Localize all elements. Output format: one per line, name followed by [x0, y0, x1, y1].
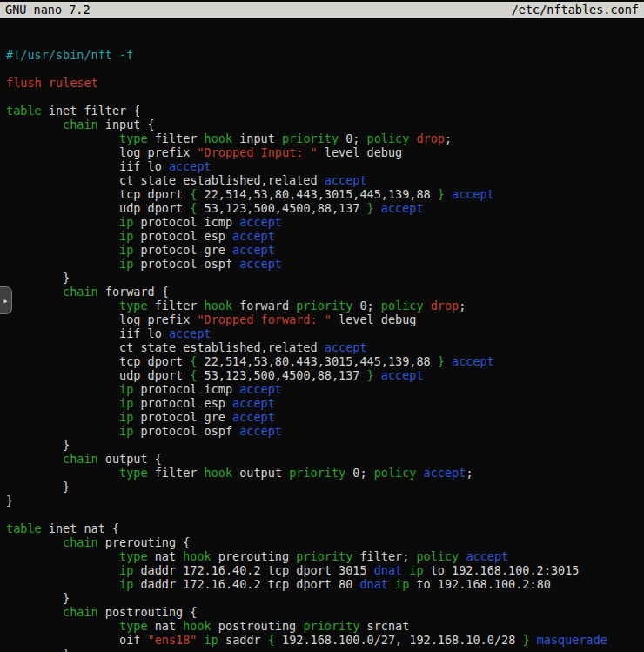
code-line: }	[6, 271, 644, 285]
code-token: accept	[381, 201, 424, 215]
code-token: srcnat	[359, 619, 409, 633]
code-token: protocol ospf	[133, 257, 239, 271]
code-line: ct state established,related accept	[6, 173, 644, 187]
code-token	[6, 605, 63, 619]
code-line: oif "ens18" ip saddr { 192.168.100.0/27,…	[6, 633, 644, 647]
code-line: type nat hook prerouting priority filter…	[6, 549, 644, 563]
code-token	[6, 466, 119, 480]
code-line: flush ruleset	[6, 76, 644, 90]
code-token: tcp dport	[6, 187, 190, 201]
code-token: protocol gre	[133, 410, 232, 424]
code-line: ip protocol icmp accept	[6, 382, 644, 396]
code-token: daddr 172.16.40.2 tcp dport 80	[133, 577, 359, 591]
code-token	[6, 563, 119, 577]
code-token: chain	[63, 452, 98, 466]
code-line: }	[6, 494, 644, 507]
chevron-right-icon: ▸	[3, 296, 9, 306]
code-token: level debug	[332, 313, 417, 326]
code-token: ip	[409, 563, 423, 577]
code-token: accept	[452, 187, 494, 201]
code-token	[6, 215, 119, 229]
code-line: ip protocol ospf accept	[6, 257, 644, 271]
code-token: ;	[459, 299, 466, 313]
code-token: #!/usr/sbin/nft -f	[6, 48, 133, 62]
code-token: 53,123,500,4500,88,137	[197, 201, 366, 215]
code-token: "Dropped Input: "	[197, 145, 317, 159]
code-token: drop	[431, 299, 460, 313]
code-token: forward	[232, 299, 296, 313]
code-token: accept	[424, 466, 466, 480]
code-token: masquerade	[537, 633, 607, 647]
code-token: table	[6, 104, 42, 118]
code-line: tcp dport { 22,514,53,80,443,3015,445,13…	[6, 187, 644, 201]
code-line: type filter hook forward priority 0; pol…	[6, 299, 644, 313]
code-token: chain	[63, 605, 98, 619]
code-token: accept	[239, 382, 282, 396]
code-token: ct state established,related	[6, 173, 325, 187]
terminal-window: { "titlebar": { "app": "GNU nano 7.2", "…	[0, 0, 644, 652]
code-token: }	[6, 591, 70, 605]
code-token	[6, 424, 119, 438]
code-token	[445, 187, 452, 201]
code-token: 22,514,53,80,443,3015,445,139,88	[197, 187, 437, 201]
code-token: prerouting {	[98, 535, 191, 549]
code-token: udp dport	[6, 201, 190, 215]
code-token	[6, 535, 63, 549]
code-token: dnat	[359, 577, 388, 591]
code-token: type	[119, 549, 148, 563]
code-token: oif	[6, 633, 148, 647]
code-token: filter	[148, 466, 205, 480]
code-token	[388, 577, 395, 591]
code-line: tcp dport { 22,514,53,80,443,3015,445,13…	[6, 354, 644, 368]
code-token: filter	[148, 299, 205, 313]
code-token: ip	[119, 563, 133, 577]
code-token: priority	[289, 466, 345, 480]
code-token: input	[232, 131, 282, 145]
code-line: chain prerouting {	[6, 535, 644, 549]
code-token: policy	[367, 131, 410, 145]
code-token: accept	[381, 368, 424, 382]
code-line: type filter hook input priority 0; polic…	[6, 131, 644, 145]
code-token: drop	[416, 131, 445, 145]
code-token: postrouting	[211, 619, 304, 633]
code-token: accept	[232, 396, 275, 410]
code-token: }	[367, 201, 374, 215]
code-token: priority	[303, 619, 359, 633]
code-token: inet nat {	[42, 521, 119, 535]
code-line: ip protocol gre accept	[6, 410, 644, 424]
nano-titlebar: GNU nano 7.2 /etc/nftables.conf	[0, 2, 644, 18]
code-token: accept	[169, 159, 211, 173]
code-token: inet filter {	[42, 104, 141, 118]
code-token: }	[438, 187, 445, 201]
code-token	[6, 382, 119, 396]
code-token: output	[232, 466, 289, 480]
code-token: ;	[466, 466, 473, 480]
code-line: ip protocol gre accept	[6, 243, 644, 257]
code-line: ip protocol esp accept	[6, 396, 644, 410]
code-token: nat	[148, 619, 184, 633]
code-token: accept	[232, 410, 275, 424]
code-token: ip	[395, 577, 409, 591]
code-token: }	[6, 480, 70, 494]
code-token	[416, 466, 423, 480]
code-token	[374, 368, 381, 382]
code-token	[6, 243, 119, 257]
code-token: accept	[239, 215, 282, 229]
code-line: }	[6, 647, 644, 652]
code-line: #!/usr/sbin/nft -f	[6, 48, 644, 62]
code-token: }	[6, 647, 70, 652]
code-line: ip protocol icmp accept	[6, 215, 644, 229]
editor-buffer[interactable]: #!/usr/sbin/nft -fflush rulesettable ine…	[0, 18, 644, 652]
code-token: protocol ospf	[133, 424, 239, 438]
code-line	[6, 62, 644, 76]
panel-toggle-handle[interactable]: ▸	[0, 286, 12, 314]
code-token: udp dport	[6, 368, 190, 382]
code-token: ;	[445, 131, 452, 145]
code-token: }	[6, 494, 13, 507]
code-token: }	[6, 438, 70, 452]
code-token: prerouting	[211, 549, 297, 563]
code-token: ip	[205, 633, 218, 647]
code-line: type nat hook postrouting priority srcna…	[6, 619, 644, 633]
code-token: hook	[205, 466, 233, 480]
code-line: }	[6, 591, 644, 605]
